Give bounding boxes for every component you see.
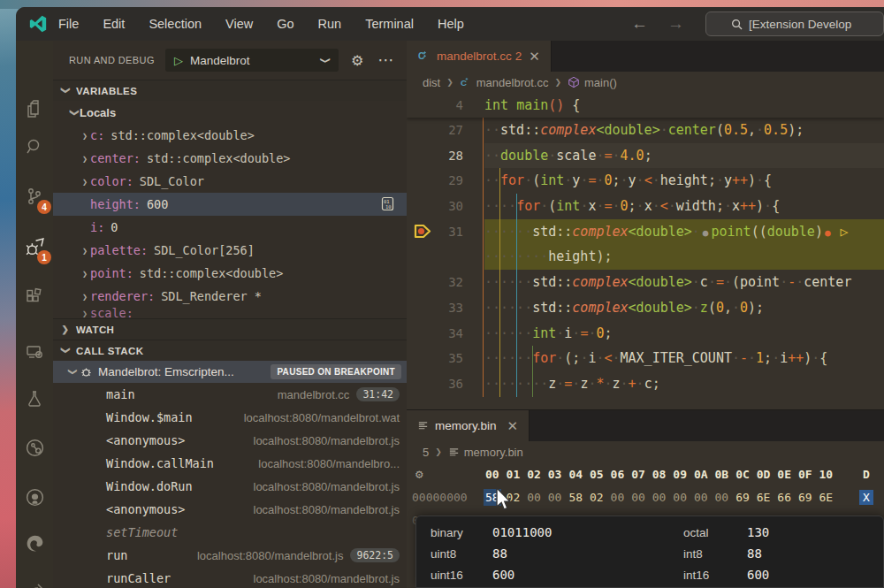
close-icon[interactable]: ✕ <box>529 49 540 65</box>
sidebar-item-extensions[interactable] <box>16 279 53 315</box>
code-line[interactable]: 31······std::complex<double>·●point((dou… <box>407 219 884 245</box>
code-line-content[interactable]: ··for·(int·y·=·0;·y·<·height;·y++)·{ <box>484 168 884 194</box>
decoded-char[interactable]: X <box>859 490 873 505</box>
code-line-content[interactable]: ······int·i·=·0; <box>484 321 884 347</box>
menu-view[interactable]: View <box>225 17 253 31</box>
breadcrumb-file[interactable]: memory.bin <box>448 446 523 459</box>
gear-icon[interactable]: ⚙ <box>351 52 363 69</box>
breakpoint-paused-icon[interactable] <box>414 224 433 239</box>
code-line-content[interactable]: ········height); <box>484 244 884 270</box>
code-line[interactable]: 35······for·(;·i·<·MAX_ITER_COUNT·-·1;·i… <box>407 346 884 371</box>
code-line[interactable]: 30····for·(int·x·=·0;·x·<·width;·x++)·{ <box>407 194 884 219</box>
code-line[interactable]: 33······std::complex<double>·z(0,·0); <box>407 295 884 321</box>
stack-frame-row[interactable]: mainmandelbrot.cc31:42 <box>53 383 407 406</box>
code-line-content[interactable]: ······std::complex<double>·c·=·(point·-·… <box>484 270 884 295</box>
variable-row[interactable]: height:6000110 <box>53 193 407 216</box>
close-icon[interactable]: ✕ <box>507 418 519 434</box>
sidebar-item-remote-explorer[interactable] <box>16 334 53 370</box>
hex-byte[interactable]: 00 <box>527 491 541 504</box>
code-line-content[interactable]: ······std::complex<double>·●point((doubl… <box>484 219 884 245</box>
stack-frame-row[interactable]: setTimeout <box>53 521 407 544</box>
line-number[interactable] <box>407 244 484 270</box>
line-number[interactable]: 28 <box>407 143 484 169</box>
line-number[interactable]: 32 <box>407 270 484 295</box>
variable-row[interactable]: i:0 <box>53 216 407 239</box>
menu-go[interactable]: Go <box>277 17 293 31</box>
stack-frame-row[interactable]: runCallerlocalhost:8080/mandelbrot.js <box>53 567 407 588</box>
sidebar-item-edge-browser[interactable] <box>16 525 53 561</box>
line-number[interactable]: 30 <box>407 194 484 219</box>
code-line[interactable]: 28··double·scale·=·4.0; <box>407 143 884 169</box>
hex-byte[interactable]: 00 <box>611 491 625 504</box>
breadcrumb-folder[interactable]: dist <box>423 76 440 89</box>
breadcrumb-offset[interactable]: 5 <box>423 446 429 459</box>
line-number[interactable]: 29 <box>407 168 484 194</box>
sidebar-item-testing[interactable] <box>16 381 53 416</box>
hex-byte[interactable]: 00 <box>652 491 667 504</box>
code-editor[interactable]: 4 int main() { 27··std::complex<double>·… <box>407 93 884 436</box>
line-number[interactable]: 36 <box>407 371 484 397</box>
stack-frame-row[interactable]: Window.doRunlocalhost:8080/mandelbrot.js <box>53 475 407 498</box>
line-number[interactable]: 34 <box>407 321 484 347</box>
stack-frame-row[interactable]: Window.$mainlocalhost:8080/mandelbrot.wa… <box>53 406 407 429</box>
code-line-content[interactable]: ······std::complex<double>·z(0,·0); <box>484 295 884 321</box>
code-line[interactable]: 32······std::complex<double>·c·=·(point·… <box>407 270 884 295</box>
view-binary-icon[interactable]: 0110 <box>381 196 394 214</box>
hex-byte[interactable]: 69 <box>735 491 750 504</box>
menu-terminal[interactable]: Terminal <box>365 17 414 31</box>
back-arrow-icon[interactable]: ← <box>631 14 648 34</box>
hex-byte[interactable]: 00 <box>673 491 687 504</box>
code-line-content[interactable]: ········z·=·z·*·z·+·c; <box>484 371 884 397</box>
stack-frame-row[interactable]: <anonymous>localhost:8080/mandelbrot.js <box>53 498 407 521</box>
code-line-content[interactable]: ····for·(int·x·=·0;·x·<·width;·x++)·{ <box>484 194 884 219</box>
sidebar-item-explorer[interactable] <box>16 91 53 126</box>
hex-byte[interactable]: 00 <box>694 491 708 504</box>
line-number[interactable]: 35 <box>407 346 484 371</box>
stack-frame-row[interactable]: <anonymous>localhost:8080/mandelbrot.js <box>53 429 407 452</box>
code-line[interactable]: 36········z·=·z·*·z·+·c; <box>407 371 884 397</box>
sidebar-item-github[interactable] <box>16 479 53 515</box>
variable-row[interactable]: ❯color:SDL_Color <box>53 170 407 193</box>
breadcrumb-file[interactable]: C mandelbrot.cc <box>460 76 549 89</box>
tab-mandelbrot-cc[interactable]: C mandelbrot.cc 2 ✕ <box>407 41 552 72</box>
stack-frame-row[interactable]: Window.callMainlocalhost:8080/mandelbro.… <box>53 452 407 475</box>
variable-row[interactable]: ❯renderer:SDL_Renderer * <box>53 285 407 308</box>
launch-config-dropdown[interactable]: ▷ Mandelbrot ❯ <box>165 49 339 72</box>
variable-row[interactable]: ❯scale: <box>53 308 407 318</box>
hex-byte[interactable]: 58 <box>568 491 583 504</box>
hex-byte[interactable]: 02 <box>590 491 604 504</box>
sidebar-item-extension-a[interactable] <box>16 430 53 465</box>
stack-frame-row[interactable]: runlocalhost:8080/mandelbrot.js9622:5 <box>53 544 407 567</box>
sidebar-item-source-control[interactable]: 4 <box>16 179 53 214</box>
hex-byte[interactable]: 6E <box>819 491 834 504</box>
hex-byte[interactable]: 00 <box>631 491 645 504</box>
sidebar-item-run-and-debug[interactable]: 1 <box>16 229 53 264</box>
variable-row[interactable]: ❯palette:SDL_Color[256] <box>53 239 407 262</box>
locals-scope-row[interactable]: ❯ Locals <box>53 101 407 124</box>
hex-byte[interactable]: 6E <box>757 491 771 504</box>
debug-session-row[interactable]: ❯ Mandelbrot: Emscripten... PAUSED ON BR… <box>53 361 407 383</box>
code-line[interactable]: 27··std::complex<double>·center(0.5,·0.5… <box>407 118 884 143</box>
breadcrumb-symbol[interactable]: main() <box>568 76 617 89</box>
variables-section-header[interactable]: ❯ VARIABLES <box>53 80 407 101</box>
variable-row[interactable]: ❯point:std::complex<double> <box>53 262 407 285</box>
sidebar-item-live-share[interactable] <box>16 573 53 588</box>
menu-file[interactable]: File <box>58 17 79 31</box>
start-debug-icon[interactable]: ▷ <box>174 54 183 67</box>
code-line[interactable]: 34······int·i·=·0; <box>407 321 884 347</box>
code-line[interactable]: ········height); <box>407 244 884 270</box>
code-line-content[interactable]: ··std::complex<double>·center(0.5,·0.5); <box>484 118 884 143</box>
hex-byte[interactable]: 66 <box>777 491 791 504</box>
hex-byte[interactable]: 69 <box>798 491 812 504</box>
code-line-content[interactable]: ··double·scale·=·4.0; <box>484 143 884 169</box>
menu-run[interactable]: Run <box>318 17 342 31</box>
forward-arrow-icon[interactable]: → <box>667 14 684 34</box>
menu-help[interactable]: Help <box>438 17 464 31</box>
tab-memory-bin[interactable]: memory.bin ✕ <box>407 410 530 441</box>
code-lines[interactable]: 27··std::complex<double>·center(0.5,·0.5… <box>407 118 884 436</box>
watch-section-header[interactable]: ❯ WATCH <box>53 318 407 340</box>
hex-byte[interactable]: 00 <box>715 491 729 504</box>
code-line[interactable]: 29··for·(int·y·=·0;·y·<·height;·y++)·{ <box>407 168 884 194</box>
line-number[interactable]: 4 <box>407 93 484 118</box>
code-line-content[interactable]: ······for·(;·i·<·MAX_ITER_COUNT·-·1;·i++… <box>484 346 884 371</box>
